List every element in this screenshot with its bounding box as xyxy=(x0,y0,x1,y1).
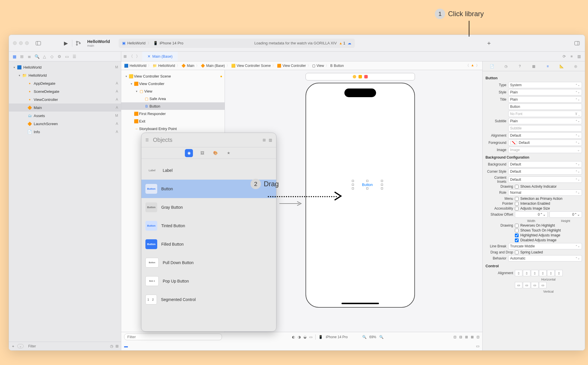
activity-check[interactable]: Shows Activity Indicator xyxy=(515,185,557,189)
library-item-pop-up-button[interactable]: Item 1Pop Up Button xyxy=(141,272,276,290)
breakpoint-nav-tab[interactable]: ▭ xyxy=(64,53,70,60)
crumb-1[interactable]: 📁HelloWorld xyxy=(153,64,175,68)
foreground-select[interactable]: Default⌃⌄ xyxy=(508,140,582,146)
nav-row-helloworld[interactable]: ▾🟦HelloWorldM xyxy=(9,63,121,71)
zoom-in-icon[interactable]: 🔍 xyxy=(379,335,384,339)
constraints-icon-1[interactable]: ⊡ xyxy=(454,335,456,339)
list-icon[interactable]: ≡ xyxy=(569,54,574,59)
trait-icon-1[interactable]: ◐ xyxy=(292,335,295,339)
library-snippet-tab[interactable]: ★ xyxy=(225,149,233,157)
related-items-icon[interactable]: ⊞ xyxy=(124,54,127,59)
horiz-align-buttons[interactable]: ▯▯▯▯▯▯ xyxy=(515,270,563,276)
rev-check[interactable]: Reverses On Highlight xyxy=(515,223,555,227)
scheme-status-bar[interactable]: ▣HelloWorld 〉 📱iPhone 14 Pro Loading met… xyxy=(119,39,355,48)
corner-select[interactable]: Default⌃⌄ xyxy=(508,168,582,175)
cloud-icon[interactable]: ☁︎ xyxy=(348,41,351,45)
library-item-gray-button[interactable]: ButtonGray Button xyxy=(141,198,276,217)
library-objects-tab[interactable]: ◉ xyxy=(185,149,193,157)
report-nav-tab[interactable]: ☰ xyxy=(71,53,77,60)
nav-row-appdelegate[interactable]: 🔸AppDelegateA xyxy=(9,79,121,87)
nav-row-launchscreen[interactable]: 🔶LaunchScreenA xyxy=(9,120,121,128)
library-popup[interactable]: ☰ Objects ⊞ ▥ ◉ 🖼 🎨 ★ LabelLabelButtonBu… xyxy=(141,133,276,332)
sidebar-toggle-icon[interactable] xyxy=(35,39,42,47)
outline-filter-input[interactable] xyxy=(124,334,222,340)
nav-row-info[interactable]: 📄InfoA xyxy=(9,128,121,136)
jump-warning-icon[interactable]: ▲ xyxy=(471,63,474,68)
trait-icon-3[interactable]: ◒ xyxy=(304,335,306,339)
editor-tab-main[interactable]: ✕ Main (Base) xyxy=(142,52,178,61)
crumb-5[interactable]: 🟧View Controller xyxy=(277,64,306,68)
outline-row-view-controller-scene[interactable]: ▾🟨View Controller Scene● xyxy=(121,72,225,80)
warning-badge[interactable]: ▲1 xyxy=(339,41,345,45)
crumb-0[interactable]: 🟦HelloWorld xyxy=(124,64,146,68)
library-item-label[interactable]: LabelLabel xyxy=(141,161,276,180)
add-file-icon[interactable]: ＋ xyxy=(11,344,15,349)
dis-check[interactable]: Disabled Adjusts Image xyxy=(515,238,556,242)
scene-titlebar[interactable] xyxy=(306,73,415,80)
test-nav-tab[interactable]: ◇ xyxy=(49,53,55,60)
insets-select[interactable]: Default⌃⌄ xyxy=(508,176,582,183)
zoom-level[interactable]: 69% xyxy=(369,335,376,339)
file-inspector-tab[interactable]: 📄 xyxy=(489,64,495,68)
font-input[interactable]: No Font𝐓 ⌄ xyxy=(508,111,582,117)
run-button[interactable]: ▶ xyxy=(62,39,70,47)
history-inspector-tab[interactable]: ◷ xyxy=(503,64,509,68)
nav-back[interactable]: 〈 xyxy=(128,54,134,59)
library-item-tinted-button[interactable]: ButtonTinted Button xyxy=(141,217,276,235)
library-item-filled-button[interactable]: ButtonFilled Button xyxy=(141,235,276,253)
shadow-h-input[interactable]: 0⌃⌄ xyxy=(549,211,582,218)
debug-filter-icon[interactable]: ▬ xyxy=(124,344,128,348)
pointer-check[interactable]: Interaction Enabled xyxy=(515,202,550,206)
title-text-input[interactable]: Button xyxy=(508,104,582,110)
outline-row-view[interactable]: ▾▢View xyxy=(121,87,225,95)
dragdrop-check[interactable]: Spring Loaded xyxy=(515,250,543,254)
close-dot[interactable] xyxy=(13,41,17,45)
role-select[interactable]: Normal⌃⌄ xyxy=(508,189,582,196)
phone-frame[interactable] xyxy=(306,83,415,308)
library-detail-icon[interactable]: ▥ xyxy=(269,138,272,142)
library-item-pull-down-button[interactable]: ButtonPull Down Button xyxy=(141,253,276,272)
jump-next-icon[interactable]: 〉 xyxy=(476,63,479,68)
crumb-7[interactable]: BButton xyxy=(330,64,344,68)
jump-prev-icon[interactable]: 〈 xyxy=(466,63,469,68)
identity-inspector-tab[interactable]: ▦ xyxy=(530,64,537,68)
library-item-segmented-control[interactable]: 1 2Segmented Control xyxy=(141,290,276,309)
refresh-icon[interactable]: ⟳ xyxy=(561,54,567,59)
trait-icon-2[interactable]: ◑ xyxy=(298,335,301,339)
hl-check[interactable]: Highlighted Adjusts Image xyxy=(515,233,560,237)
nav-row-viewcontroller[interactable]: 🔸ViewControllerA xyxy=(9,95,121,104)
minimize-dot[interactable] xyxy=(19,41,23,45)
crumb-3[interactable]: 🔶Main (Base) xyxy=(201,64,225,68)
outline-row-storyboard-entry-point[interactable]: →Storyboard Entry Point xyxy=(121,125,225,132)
library-color-tab[interactable]: 🎨 xyxy=(211,149,219,157)
size-inspector-tab[interactable]: 📐 xyxy=(558,64,565,68)
image-input[interactable]: Image⌄ xyxy=(508,147,582,153)
crumb-2[interactable]: 🔶Main xyxy=(181,64,194,68)
constraints-icon-4[interactable]: ⊠ xyxy=(471,335,474,339)
outline-row-first-responder[interactable]: 🟧First Responder xyxy=(121,110,225,117)
library-filter-icon[interactable]: ☰ xyxy=(145,138,149,142)
constraints-icon-2[interactable]: ⊟ xyxy=(459,335,462,339)
shadow-w-input[interactable]: 0⌃⌄ xyxy=(515,211,548,218)
nav-row-helloworld[interactable]: ▾📁HelloWorld xyxy=(9,71,121,79)
canvas-button-element[interactable]: Button xyxy=(352,180,383,189)
crumb-6[interactable]: ▢View xyxy=(312,64,324,68)
recent-files-icon[interactable]: ◷ xyxy=(110,344,113,348)
jump-bar[interactable]: 🟦HelloWorld〉📁HelloWorld〉🔶Main〉🔶Main (Bas… xyxy=(121,61,482,70)
nav-row-scenedelegate[interactable]: 🔸SceneDelegateA xyxy=(9,87,121,95)
scm-icon[interactable] xyxy=(75,39,82,47)
canvas-device-name[interactable]: iPhone 14 Pro xyxy=(326,335,348,339)
linebreak-select[interactable]: Truncate Middle⌃⌄ xyxy=(508,243,582,249)
subtitle-input[interactable]: Subtitle xyxy=(508,125,582,131)
nav-row-main[interactable]: 🔶MainA xyxy=(9,104,121,112)
touch-check[interactable]: Shows Touch On Highlight xyxy=(515,228,561,232)
library-media-tab[interactable]: 🖼 xyxy=(198,149,206,157)
style-select[interactable]: Plain⌃⌄ xyxy=(508,89,582,95)
split-editor-icon[interactable]: ▥ xyxy=(576,54,582,59)
connections-inspector-tab[interactable]: ◎ xyxy=(572,64,579,68)
find-nav-tab[interactable]: 🔍 xyxy=(34,53,40,60)
behavior-select[interactable]: Automatic⌃⌄ xyxy=(508,255,582,261)
debug-nav-tab[interactable]: ⚙ xyxy=(56,53,62,60)
project-nav-tab[interactable]: ▦ xyxy=(11,53,18,60)
debug-toggle-icon[interactable]: ▭ xyxy=(476,344,479,348)
